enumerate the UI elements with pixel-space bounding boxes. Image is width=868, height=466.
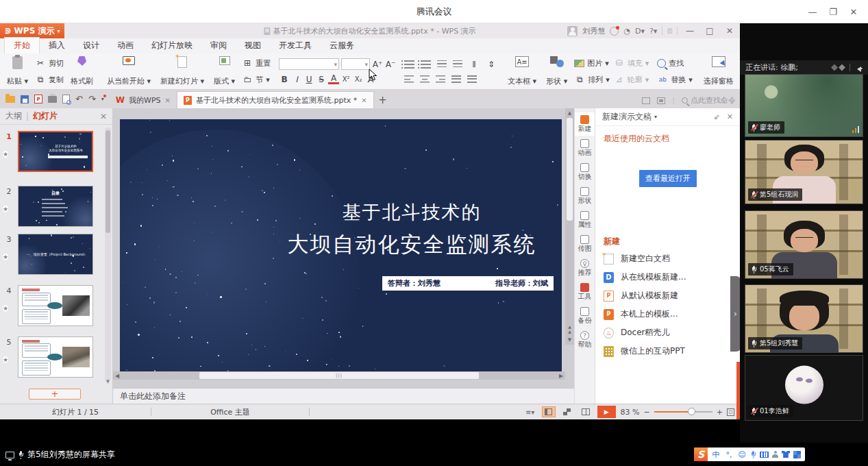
member-badge-icon[interactable] (610, 27, 619, 36)
zoom-out-button[interactable]: − (644, 408, 650, 417)
tab-view[interactable]: 视图 (236, 38, 270, 53)
collapse-ribbon-icon[interactable]: ⍐ (667, 27, 672, 36)
feedback-icon[interactable] (657, 97, 665, 104)
line-spacing-button[interactable]: ⇕ (486, 60, 497, 69)
layout-button[interactable]: 版式 ▾ (211, 56, 238, 87)
zoom-slider-thumb[interactable] (688, 408, 695, 415)
chevron-down-icon[interactable]: ▾ (654, 114, 657, 120)
next-slide-button[interactable]: ▼ (568, 335, 571, 345)
slide-thumbnail-1[interactable]: 基于北斗技术的大坝自动化安全监测系统 (18, 131, 93, 172)
user-avatar[interactable] (567, 26, 578, 36)
fill-button[interactable]: ⛁填充 ▾ (614, 56, 649, 70)
voice-input-icon[interactable] (750, 451, 756, 458)
close-tab-icon[interactable]: ✕ (165, 97, 171, 104)
wechat-ppt-item[interactable]: 微信上的互动PPT (604, 342, 733, 360)
slide-thumbnail-3[interactable]: 一、项目背景（Project Background） (18, 234, 93, 275)
scroll-right-icon[interactable]: ▶ (557, 373, 565, 379)
close-panel-icon[interactable]: ✕ (100, 112, 107, 121)
sync-icon[interactable]: ◔ (623, 27, 630, 36)
vertical-scroll-thumb[interactable] (567, 118, 573, 221)
slide-thumbnail-5[interactable] (18, 336, 93, 378)
copy-button[interactable]: ⧉复制 (35, 73, 64, 86)
scroll-left-icon[interactable]: ◀ (113, 373, 121, 379)
strikethrough-button[interactable]: S (316, 75, 327, 84)
panel-scrollbar[interactable] (105, 127, 111, 381)
sogou-logo-icon[interactable]: S (694, 447, 708, 461)
input-method-bar[interactable]: S 中 °, ☺ (694, 447, 805, 461)
numbered-list-button[interactable] (421, 60, 431, 69)
pane-close-icon[interactable]: ✕ (727, 112, 733, 121)
minimize-button[interactable]: — (802, 7, 823, 17)
subscript-button[interactable]: X₂ (353, 75, 364, 83)
task-pane-title[interactable]: 新建演示文稿 (602, 111, 652, 123)
outline-button[interactable]: ⊿轮廓 ▾ (614, 73, 649, 86)
outline-tab[interactable]: 大纲 (5, 110, 22, 122)
play-slideshow-button[interactable]: ▶ (597, 406, 616, 418)
tab-home[interactable]: 开始 (4, 37, 40, 53)
notes-area[interactable]: 单击此处添加备注 (113, 388, 574, 404)
italic-button[interactable]: I (291, 75, 302, 84)
vertical-scrollbar[interactable]: ▲ ▲▲ ▼ (565, 108, 574, 345)
help-icon[interactable]: ?▾ (649, 27, 657, 36)
slide-sorter-button[interactable] (560, 406, 574, 417)
underline-button[interactable]: U (303, 75, 314, 84)
increase-indent-button[interactable] (453, 60, 462, 68)
pane-resize-icon[interactable]: ⇙ (714, 112, 720, 121)
reading-view-button[interactable] (579, 406, 593, 417)
shapes-button[interactable]: 形状 ▾ (543, 56, 570, 87)
slides-tab[interactable]: 幻灯片 (33, 110, 58, 122)
export-pdf-icon[interactable]: P (34, 95, 42, 103)
fit-to-window-icon[interactable] (727, 408, 734, 416)
customize-toolbar-icon[interactable]: ▾ (101, 96, 104, 102)
horizontal-scroll-thumb[interactable]: ||| (199, 372, 478, 379)
participant-video-5[interactable]: 01李浩鲜 (745, 355, 863, 421)
wps-maximize-button[interactable]: □ (702, 26, 717, 36)
font-color-button[interactable]: A (328, 75, 339, 84)
slide-canvas[interactable]: 基于北斗技术的 大坝自动化安全监测系统 答辩者：刘秀慧 指导老师：刘斌 (120, 119, 562, 380)
new-slide-button[interactable]: 新建幻灯片 ▾ (158, 56, 207, 87)
wps-app-button[interactable]: ⋑WPS 演示▾ (0, 23, 64, 38)
tab-slideshow[interactable]: 幻灯片放映 (142, 38, 201, 53)
close-button[interactable]: ✕ (843, 7, 864, 17)
superscript-button[interactable]: X² (340, 75, 351, 83)
docer-shell-item[interactable]: ♨Docer稻壳儿 (604, 323, 733, 342)
sidetool-help[interactable]: ?帮助 (575, 328, 595, 352)
lang-mode-toggle[interactable]: 中 (711, 450, 721, 460)
add-slide-button[interactable]: + (29, 389, 81, 400)
bold-button[interactable]: B (279, 75, 290, 84)
paste-button[interactable]: 粘贴 ▾ (4, 56, 31, 87)
back-arrow-icon[interactable] (854, 64, 863, 71)
picture-button[interactable]: 图片 ▾ (574, 56, 610, 70)
sidetool-animation[interactable]: 动画 (575, 136, 595, 160)
tab-review[interactable]: 审阅 (201, 38, 236, 53)
docer-menu-icon[interactable]: D▾ (635, 27, 645, 36)
align-center-button[interactable] (420, 75, 430, 83)
textbox-button[interactable]: A≡ 文本框 ▾ (505, 56, 539, 87)
redo-icon[interactable]: ↷ (88, 94, 96, 104)
view-recent-button[interactable]: 查看最近打开 (639, 170, 697, 187)
participant-video-4[interactable]: 第5组刘秀慧 (745, 284, 863, 353)
restore-button[interactable]: ❐ (823, 7, 843, 17)
sidetool-new[interactable]: 新建 (575, 112, 595, 136)
horizontal-scrollbar[interactable]: ◀ ||| ▶ (113, 371, 565, 380)
format-painter-button[interactable]: 格式刷 (68, 56, 96, 87)
normal-view-button[interactable] (542, 406, 556, 417)
cut-button[interactable]: ✂剪切 (35, 56, 64, 70)
bullet-list-button[interactable] (404, 60, 414, 69)
font-increase-button[interactable]: A⁺ (372, 60, 383, 69)
toolbox-grid-icon[interactable] (793, 451, 801, 458)
text-direction-button[interactable]: ⫴ (469, 60, 480, 69)
play-from-current-button[interactable]: 从当前开始 ▾ (104, 56, 153, 87)
default-template-item[interactable]: P从默认模板新建 (604, 286, 733, 305)
doc-tab-mywps[interactable]: W 我的WPS ✕ (110, 92, 177, 108)
close-tab-icon[interactable]: ✕ (361, 97, 367, 104)
participant-video-1[interactable]: 廖老师 (745, 74, 863, 137)
new-blank-doc-item[interactable]: 新建空白文档 (604, 249, 733, 268)
eye-protect-icon[interactable] (642, 97, 650, 104)
sidetool-recommend[interactable]: ♀推荐 (575, 256, 595, 280)
tab-insert[interactable]: 插入 (40, 38, 74, 53)
new-tab-button[interactable]: + (374, 92, 392, 108)
replace-button[interactable]: ab替换 ▾ (657, 73, 693, 86)
reset-button[interactable]: ⊞重置 (242, 56, 271, 70)
sidetool-backup[interactable]: 备份 (575, 304, 595, 328)
